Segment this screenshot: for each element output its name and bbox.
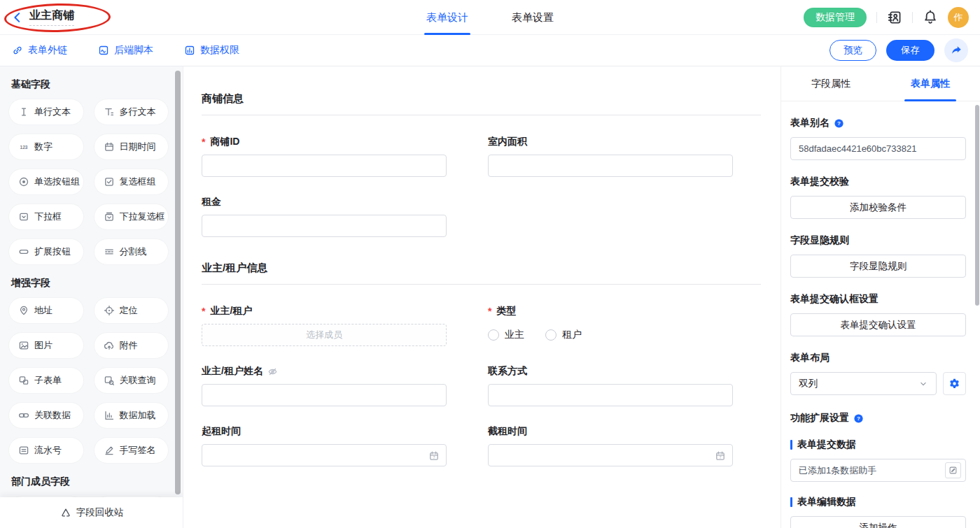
gear-icon xyxy=(948,378,960,390)
palette-item-radio[interactable]: 单选按钮组 xyxy=(8,169,84,195)
section-title-enhanced-fields: 增强字段 xyxy=(11,277,183,290)
field-owner-name[interactable]: 业主/租户姓名 xyxy=(202,365,447,406)
field-rent-start[interactable]: 起租时间 7 xyxy=(202,425,447,466)
radio-circle[interactable] xyxy=(488,329,499,341)
palette-item-address[interactable]: 地址 xyxy=(8,297,84,324)
field-rent-end[interactable]: 截租时间 7 xyxy=(488,425,733,466)
palette-item-select[interactable]: 下拉框 xyxy=(8,204,84,230)
form-external-link[interactable]: 表单外链 xyxy=(12,44,67,57)
save-button[interactable]: 保存 xyxy=(886,40,934,61)
field-owner-tenant[interactable]: 业主/租户 选择成员 xyxy=(202,305,447,346)
data-manage-button[interactable]: 数据管理 xyxy=(804,8,867,27)
palette-item-image[interactable]: 图片 xyxy=(8,332,84,359)
rent-end-date-input[interactable]: 7 xyxy=(488,444,733,466)
palette-item-subform[interactable]: 子表单 xyxy=(8,367,84,394)
palette-item-linked-data[interactable]: 关联数据 xyxy=(8,402,84,429)
share-button[interactable] xyxy=(944,38,968,62)
field-contact[interactable]: 联系方式 xyxy=(488,365,733,406)
add-check-condition-button[interactable]: 添加校验条件 xyxy=(790,196,966,219)
image-icon xyxy=(18,340,29,351)
data-assistant-box[interactable]: 已添加1条数据助手 xyxy=(790,459,966,482)
contact-input[interactable] xyxy=(488,384,733,406)
header-tabs: 表单设计 表单设置 xyxy=(426,0,554,35)
properties-panel: 字段属性 表单属性 表单别名 ? 58dfadaec4421e60bc73382… xyxy=(780,66,980,528)
palette-item-divider[interactable]: 分割线 xyxy=(94,238,169,265)
form-designer-app: 业主商铺 表单设计 表单设置 数据管理 作 表单外链 xyxy=(0,0,980,528)
tab-field-properties[interactable]: 字段属性 xyxy=(781,66,881,101)
notification-bell-icon[interactable] xyxy=(923,10,938,25)
data-load-icon xyxy=(104,410,115,421)
palette-item-text-single[interactable]: 单行文本 xyxy=(8,99,84,125)
linked-query-icon xyxy=(104,375,115,386)
palette-item-number[interactable]: 123数字 xyxy=(8,134,84,160)
canvas-section-title: 业主/租户信息 xyxy=(202,262,761,285)
address-book-icon[interactable] xyxy=(887,10,902,25)
serial-icon xyxy=(18,445,29,456)
field-recycle-bin[interactable]: 字段回收站 xyxy=(0,497,183,528)
tab-form-settings[interactable]: 表单设置 xyxy=(512,0,554,35)
rent-input[interactable] xyxy=(202,215,447,237)
owner-name-input[interactable] xyxy=(202,384,447,406)
radio-option-tenant[interactable]: 租户 xyxy=(545,329,582,341)
permission-icon xyxy=(184,45,195,56)
select-member-button[interactable]: 选择成员 xyxy=(202,324,447,346)
checkbox-icon xyxy=(104,176,115,187)
edit-assistant-button[interactable] xyxy=(945,462,961,478)
radio-option-owner[interactable]: 业主 xyxy=(488,329,524,341)
divider xyxy=(876,12,877,23)
script-icon xyxy=(98,45,109,56)
field-type[interactable]: 类型 业主 租户 xyxy=(488,305,733,346)
back-nav[interactable]: 业主商铺 xyxy=(11,8,74,26)
form-alias-input[interactable]: 58dfadaec4421e60bc733821 xyxy=(790,137,966,160)
datetime-icon xyxy=(104,141,115,152)
back-chevron-icon[interactable] xyxy=(11,11,24,24)
sidebar-scrollbar[interactable] xyxy=(175,71,181,494)
palette-item-button[interactable]: 扩展按钮 xyxy=(8,238,84,265)
text-single-icon xyxy=(18,106,29,117)
rent-start-date-input[interactable]: 7 xyxy=(202,444,447,466)
palette-item-locate[interactable]: 定位 xyxy=(94,297,169,324)
layout-settings-button[interactable] xyxy=(943,372,966,395)
palette-item-data-load[interactable]: 数据加载 xyxy=(94,402,169,429)
form-layout-label: 表单布局 xyxy=(790,352,966,364)
preview-button[interactable]: 预览 xyxy=(830,40,876,61)
avatar[interactable]: 作 xyxy=(948,7,969,28)
button-icon xyxy=(18,246,29,257)
layout-select[interactable]: 双列 xyxy=(790,372,937,395)
field-indoor-area[interactable]: 室内面积 xyxy=(488,136,733,177)
radio-circle[interactable] xyxy=(545,329,556,341)
palette-item-checkbox[interactable]: 复选框组 xyxy=(94,169,169,195)
accent-bar xyxy=(790,440,792,450)
visibility-rules-button[interactable]: 字段显隐规则 xyxy=(790,255,966,278)
add-operation-button[interactable]: 添加操作 xyxy=(790,516,966,528)
panel-scrollbar[interactable] xyxy=(975,105,979,306)
indoor-area-input[interactable] xyxy=(488,155,733,177)
tab-form-design[interactable]: 表单设计 xyxy=(426,0,468,35)
header-actions: 数据管理 作 xyxy=(804,7,969,28)
field-shop-id[interactable]: 商铺ID xyxy=(202,136,447,177)
divider xyxy=(912,12,913,23)
tab-form-properties[interactable]: 表单属性 xyxy=(881,66,980,101)
palette-item-multiselect[interactable]: 下拉复选框 xyxy=(94,204,169,230)
field-rent[interactable]: 租金 xyxy=(202,196,447,237)
submit-check-label: 表单提交校验 xyxy=(790,176,966,188)
palette-item-signature[interactable]: 手写签名 xyxy=(94,437,169,464)
help-icon[interactable]: ? xyxy=(834,118,844,129)
svg-text:?: ? xyxy=(837,120,841,127)
section-title-member-fields: 部门成员字段 xyxy=(11,476,183,488)
palette-item-text-multi[interactable]: 多行文本 xyxy=(94,99,169,125)
accent-bar xyxy=(790,497,792,507)
panel-tabs: 字段属性 表单属性 xyxy=(781,66,980,101)
submit-confirm-button[interactable]: 表单提交确认设置 xyxy=(790,313,966,336)
backend-script-link[interactable]: 后端脚本 xyxy=(98,44,153,57)
palette-item-datetime[interactable]: 日期时间 xyxy=(94,134,169,160)
palette-item-serial[interactable]: 流水号 xyxy=(8,437,84,464)
form-alias-label: 表单别名 xyxy=(790,117,830,129)
palette-item-attachment[interactable]: 附件 xyxy=(94,332,169,359)
edit-data-label: 表单编辑数据 xyxy=(797,496,856,508)
palette-item-linked-query[interactable]: 关联查询 xyxy=(94,367,169,394)
enhanced-fields-grid: 地址定位图片附件子表单关联查询关联数据数据加载流水号手写签名 xyxy=(0,297,183,464)
data-permission-link[interactable]: 数据权限 xyxy=(184,44,239,57)
shop-id-input[interactable] xyxy=(202,155,447,177)
help-icon[interactable]: ? xyxy=(853,413,864,424)
